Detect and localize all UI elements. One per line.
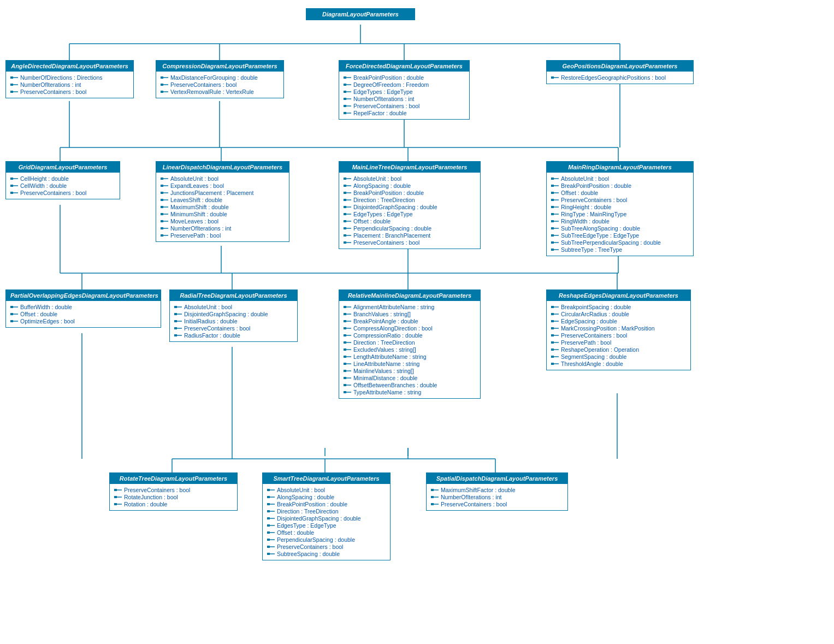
svg-rect-215 bbox=[431, 496, 434, 498]
class-mainline: MainLineTreeDiagramLayoutParameters Abso… bbox=[339, 161, 481, 249]
attr-text: Direction : TreeDirection bbox=[353, 197, 415, 203]
attr-icon bbox=[114, 494, 122, 500]
attr-text: PreserveContainers : bool bbox=[353, 103, 419, 109]
attr-icon bbox=[431, 501, 439, 507]
attr-icon bbox=[174, 311, 182, 317]
attr-icon bbox=[551, 233, 559, 238]
attr-icon bbox=[267, 537, 275, 542]
attr-text: OptimizeEdges : bool bbox=[20, 318, 75, 324]
attr-text: BreakPointAngle : double bbox=[353, 318, 418, 324]
class-mainring-header: MainRingDiagramLayoutParameters bbox=[547, 162, 693, 173]
attr-row: SubtreeSpacing : double bbox=[267, 551, 386, 557]
attr-text: SubtreeType : TreeType bbox=[561, 246, 622, 253]
svg-rect-43 bbox=[161, 84, 163, 86]
attr-icon bbox=[344, 218, 351, 224]
attr-text: MaximumShift : double bbox=[170, 204, 229, 210]
class-angle-body: NumberOfDirections : Directions NumberOf… bbox=[6, 72, 133, 98]
svg-rect-67 bbox=[161, 178, 163, 180]
attr-row: BufferWidth : double bbox=[10, 304, 156, 310]
attr-icon bbox=[551, 304, 559, 310]
attr-icon bbox=[267, 516, 275, 521]
attr-icon bbox=[344, 82, 351, 87]
svg-rect-39 bbox=[10, 91, 13, 93]
svg-rect-175 bbox=[551, 327, 554, 329]
attr-icon bbox=[10, 318, 18, 324]
attr-row: PreserveContainers : bool bbox=[344, 239, 476, 246]
attr-icon bbox=[267, 487, 275, 493]
svg-rect-157 bbox=[344, 356, 346, 358]
attr-text: DisjointedGraphSpacing : double bbox=[277, 515, 361, 522]
attr-row: PreserveContainers : bool bbox=[267, 543, 386, 550]
attr-icon bbox=[161, 82, 168, 87]
svg-rect-69 bbox=[161, 185, 163, 187]
attr-text: MaxDistanceForGrouping : double bbox=[170, 74, 258, 81]
svg-rect-49 bbox=[344, 84, 346, 86]
attr-icon bbox=[344, 304, 351, 310]
attr-row: SubtreeType : TreeType bbox=[551, 246, 689, 253]
class-angle: AngleDirectedDiagramLayoutParameters Num… bbox=[5, 60, 134, 98]
attr-row: NumberOfIterations : int bbox=[161, 225, 285, 232]
class-geo-header: GeoPositionsDiagramLayoutParameters bbox=[547, 61, 693, 72]
attr-row: NumberOfIterations : int bbox=[344, 96, 465, 102]
class-mainring: MainRingDiagramLayoutParameters Absolute… bbox=[546, 161, 694, 256]
attr-icon bbox=[10, 75, 18, 80]
attr-text: MinimumShift : double bbox=[170, 211, 227, 217]
attr-row: AlignmentAttributeName : string bbox=[344, 304, 476, 310]
attr-text: AlongSpacing : double bbox=[277, 494, 334, 500]
svg-rect-65 bbox=[10, 192, 13, 194]
attr-row: VertexRemovalRule : VertexRule bbox=[161, 88, 279, 95]
attr-row: RadiusFactor : double bbox=[174, 332, 293, 339]
attr-row: BreakPointPosition : double bbox=[344, 190, 476, 196]
attr-text: Offset : double bbox=[20, 311, 57, 317]
svg-rect-123 bbox=[551, 241, 554, 244]
attr-text: InitialRadius : double bbox=[184, 318, 237, 324]
attr-text: ThresholdAngle : double bbox=[561, 361, 623, 367]
attr-row: PreserveContainers : bool bbox=[10, 190, 115, 196]
class-compression-header: CompressionDiagramLayoutParameters bbox=[156, 61, 283, 72]
attr-row: Direction : TreeDirection bbox=[344, 339, 476, 346]
attr-text: ExcludedValues : string[] bbox=[353, 346, 416, 353]
svg-rect-201 bbox=[267, 517, 270, 519]
attr-text: AbsoluteUnit : bool bbox=[353, 175, 401, 182]
attr-icon bbox=[344, 318, 351, 324]
class-grid-body: CellHeight : double CellWidth : double P… bbox=[6, 173, 120, 199]
svg-rect-187 bbox=[114, 489, 117, 491]
attr-icon bbox=[161, 75, 168, 80]
attr-text: TypeAttributeName : string bbox=[353, 389, 421, 395]
svg-rect-119 bbox=[551, 227, 554, 229]
attr-text: PreservePath : bool bbox=[170, 232, 221, 239]
attr-icon bbox=[344, 176, 351, 181]
attr-row: MaximumShift : double bbox=[161, 204, 285, 210]
svg-rect-183 bbox=[551, 356, 554, 358]
attr-text: CompressAlongDirection : bool bbox=[353, 325, 433, 332]
attr-text: BranchValues : string[] bbox=[353, 311, 411, 317]
class-force-header: ForceDirectedDiagramLayoutParameters bbox=[339, 61, 469, 72]
svg-rect-165 bbox=[344, 384, 346, 386]
attr-text: RestoreEdgesGeographicPositions : bool bbox=[561, 74, 666, 81]
attr-row: PreserveContainers : bool bbox=[174, 325, 293, 332]
svg-rect-149 bbox=[344, 327, 346, 329]
attr-row: ExpandLeaves : bool bbox=[161, 182, 285, 189]
attr-text: DisjointedGraphSpacing : double bbox=[184, 311, 268, 317]
class-linear: LinearDispatchDiagramLayoutParameters Ab… bbox=[156, 161, 289, 242]
svg-rect-107 bbox=[551, 185, 554, 187]
svg-rect-197 bbox=[267, 503, 270, 505]
attr-text: PreserveContainers : bool bbox=[20, 88, 86, 95]
attr-icon bbox=[344, 75, 351, 80]
attr-icon bbox=[344, 326, 351, 331]
svg-rect-169 bbox=[551, 306, 554, 308]
attr-text: BreakPointPosition : double bbox=[561, 182, 631, 189]
svg-rect-47 bbox=[344, 76, 346, 79]
attr-row: CompressionRatio : double bbox=[344, 332, 476, 339]
attr-text: VertexRemovalRule : VertexRule bbox=[170, 88, 254, 95]
attr-icon bbox=[344, 96, 351, 102]
attr-icon bbox=[551, 183, 559, 188]
class-compression-body: MaxDistanceForGrouping : double Preserve… bbox=[156, 72, 283, 98]
class-partial-body: BufferWidth : double Offset : double Opt… bbox=[6, 301, 161, 327]
svg-rect-153 bbox=[344, 341, 346, 344]
svg-rect-213 bbox=[431, 489, 434, 491]
attr-icon bbox=[551, 226, 559, 231]
attr-icon bbox=[551, 354, 559, 359]
attr-text: PerpendicularSpacing : double bbox=[277, 536, 355, 543]
attr-row: RepelFactor : double bbox=[344, 110, 465, 116]
